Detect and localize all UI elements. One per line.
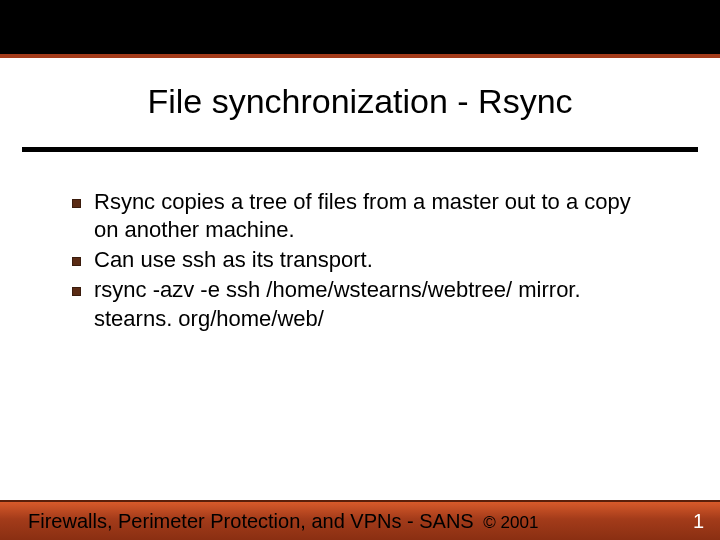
title-area: File synchronization - Rsync [0, 58, 720, 133]
content-area: Rsync copies a tree of files from a mast… [0, 152, 720, 333]
list-item: Rsync copies a tree of files from a mast… [70, 188, 650, 244]
footer-bar: Firewalls, Perimeter Protection, and VPN… [0, 500, 720, 540]
footer-copyright: © 2001 [483, 513, 538, 532]
list-item: Can use ssh as its transport. [70, 246, 650, 274]
footer-text: Firewalls, Perimeter Protection, and VPN… [28, 510, 673, 533]
footer-main: Firewalls, Perimeter Protection, and VPN… [28, 510, 479, 532]
list-item: rsync -azv -e ssh /home/wstearns/webtree… [70, 276, 650, 332]
page-number: 1 [673, 510, 704, 533]
top-bar [0, 0, 720, 58]
slide-title: File synchronization - Rsync [40, 82, 680, 121]
bullet-list: Rsync copies a tree of files from a mast… [70, 188, 650, 333]
